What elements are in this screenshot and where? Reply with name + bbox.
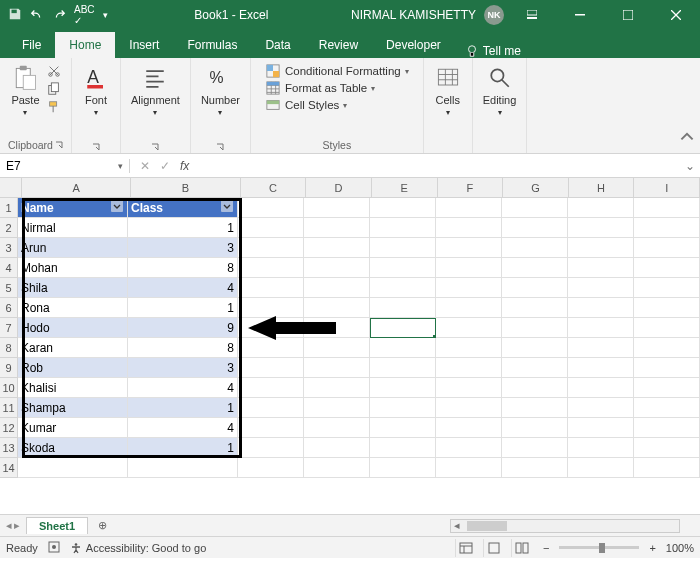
tell-me[interactable]: Tell me [455, 44, 531, 58]
cell[interactable] [304, 278, 370, 298]
cell[interactable] [436, 418, 502, 438]
enter-formula-icon[interactable]: ✓ [160, 159, 170, 173]
cell[interactable] [634, 298, 700, 318]
cell[interactable] [238, 198, 304, 218]
page-break-view-icon[interactable] [511, 539, 533, 557]
cells-button[interactable]: Cells▾ [432, 62, 464, 119]
cell[interactable]: 8 [128, 338, 238, 358]
cell[interactable] [238, 218, 304, 238]
name-box[interactable]: E7▾ [0, 159, 130, 173]
tab-review[interactable]: Review [305, 32, 372, 58]
tab-data[interactable]: Data [251, 32, 304, 58]
cell[interactable]: 3 [128, 238, 238, 258]
row-header[interactable]: 2 [0, 218, 18, 238]
cell[interactable] [568, 338, 634, 358]
cell[interactable]: Kumar [18, 418, 128, 438]
cell[interactable] [568, 458, 634, 478]
row-header[interactable]: 6 [0, 298, 18, 318]
cell[interactable] [370, 458, 436, 478]
cell[interactable] [304, 438, 370, 458]
paste-button[interactable]: Paste ▾ [9, 62, 41, 119]
cell[interactable] [370, 298, 436, 318]
normal-view-icon[interactable] [455, 539, 477, 557]
cell[interactable]: 1 [128, 218, 238, 238]
cell[interactable]: 4 [128, 378, 238, 398]
copy-icon[interactable] [46, 82, 62, 98]
cell[interactable] [502, 278, 568, 298]
launcher-icon[interactable] [92, 143, 100, 151]
cell[interactable] [370, 358, 436, 378]
cell[interactable]: Arun [18, 238, 128, 258]
cell[interactable] [370, 278, 436, 298]
conditional-formatting-button[interactable]: Conditional Formatting ▾ [265, 64, 409, 78]
cell[interactable] [436, 398, 502, 418]
cell[interactable] [238, 378, 304, 398]
row-header[interactable]: 11 [0, 398, 18, 418]
cell[interactable] [502, 198, 568, 218]
cell[interactable] [634, 418, 700, 438]
cell[interactable] [370, 318, 436, 338]
sheet-tab[interactable]: Sheet1 [26, 517, 88, 534]
tab-insert[interactable]: Insert [115, 32, 173, 58]
cell[interactable] [304, 318, 370, 338]
column-header[interactable]: I [634, 178, 700, 197]
cell[interactable] [304, 198, 370, 218]
cell[interactable]: 1 [128, 398, 238, 418]
cell[interactable] [502, 218, 568, 238]
cell[interactable] [634, 378, 700, 398]
cell[interactable] [238, 318, 304, 338]
user-badge[interactable]: NK [484, 5, 504, 25]
cell[interactable] [238, 398, 304, 418]
cell[interactable] [238, 338, 304, 358]
cell[interactable] [238, 258, 304, 278]
row-header[interactable]: 13 [0, 438, 18, 458]
launcher-icon[interactable] [216, 143, 224, 151]
cancel-formula-icon[interactable]: ✕ [140, 159, 150, 173]
cell[interactable] [634, 458, 700, 478]
cell[interactable] [238, 278, 304, 298]
cell[interactable] [634, 218, 700, 238]
redo-icon[interactable] [52, 7, 66, 24]
cell[interactable]: Name [18, 198, 128, 218]
cell[interactable] [370, 398, 436, 418]
cell[interactable] [568, 238, 634, 258]
column-header[interactable]: B [131, 178, 240, 197]
cell[interactable] [634, 198, 700, 218]
cell[interactable]: 1 [128, 438, 238, 458]
zoom-level[interactable]: 100% [666, 542, 694, 554]
column-header[interactable]: F [438, 178, 504, 197]
cell[interactable] [634, 358, 700, 378]
cell[interactable] [502, 438, 568, 458]
cell[interactable]: Shila [18, 278, 128, 298]
cell[interactable] [568, 378, 634, 398]
cell[interactable] [304, 298, 370, 318]
minimize-button[interactable] [560, 0, 600, 30]
cell[interactable] [634, 258, 700, 278]
row-header[interactable]: 12 [0, 418, 18, 438]
filter-dropdown-icon[interactable] [110, 199, 124, 216]
cell[interactable] [18, 458, 128, 478]
cell[interactable] [436, 358, 502, 378]
cell[interactable] [304, 358, 370, 378]
tab-file[interactable]: File [8, 32, 55, 58]
cell[interactable] [238, 238, 304, 258]
cell[interactable]: Rona [18, 298, 128, 318]
cell[interactable] [502, 358, 568, 378]
qat-dropdown-icon[interactable]: ▾ [103, 10, 108, 20]
cell[interactable]: Shampa [18, 398, 128, 418]
row-header[interactable]: 3 [0, 238, 18, 258]
format-as-table-button[interactable]: Format as Table ▾ [265, 81, 375, 95]
cell[interactable]: Nirmal [18, 218, 128, 238]
cell[interactable] [304, 258, 370, 278]
cell[interactable]: Hodo [18, 318, 128, 338]
cell[interactable] [568, 318, 634, 338]
zoom-slider[interactable] [559, 546, 639, 549]
cell[interactable] [304, 398, 370, 418]
cell[interactable] [568, 358, 634, 378]
cell[interactable] [370, 258, 436, 278]
horizontal-scrollbar[interactable]: ◂ [450, 519, 680, 533]
cell[interactable] [304, 378, 370, 398]
cut-icon[interactable] [46, 64, 62, 80]
cell[interactable] [502, 298, 568, 318]
cell[interactable]: 8 [128, 258, 238, 278]
